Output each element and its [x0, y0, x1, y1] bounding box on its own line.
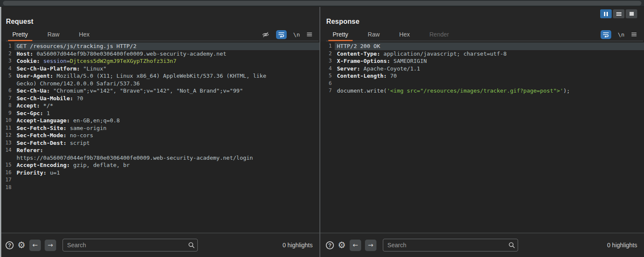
line-number: 7 [320, 87, 335, 95]
editor-menu-button[interactable] [306, 31, 313, 37]
response-tabs: PrettyRawHexRender\n [326, 28, 643, 41]
response-toolbar: \n [601, 28, 641, 41]
line-text: Content-Type: application/javascript; ch… [335, 50, 644, 58]
left-edge-scrollbar[interactable] [0, 7, 1, 257]
code-line[interactable]: 12Sec-Fetch-Mode: no-cors [0, 132, 319, 139]
segment-name: User-Agent: [17, 73, 53, 79]
line-text: Sec-Fetch-Site: same-origin [14, 124, 319, 132]
line-text: Accept: */* [14, 102, 319, 110]
code-line[interactable]: 15Accept-Encoding: gzip, deflate, br [0, 161, 319, 169]
line-number: 12 [0, 132, 14, 139]
code-line[interactable]: 7Sec-Ch-Ua-Mobile: ?0 [0, 95, 319, 102]
tab-hex[interactable]: Hex [75, 28, 94, 41]
line-number: 14 [0, 147, 14, 154]
code-line[interactable]: 3X-Frame-Options: SAMEORIGIN [320, 57, 644, 65]
code-line[interactable]: 10Accept-Language: en-GB,en;q=0.8 [0, 117, 319, 124]
newline-toggle-button[interactable]: \n [293, 31, 300, 38]
line-number: 10 [0, 117, 14, 124]
code-line[interactable]: 18 [0, 184, 319, 192]
pause-button[interactable] [600, 9, 612, 18]
code-line[interactable]: 1HTTP/2 200 OK [320, 42, 644, 50]
code-line[interactable]: 5User-Agent: Mozilla/5.0 (X11; Linux x86… [0, 72, 319, 80]
previous-match-button[interactable]: ← [29, 240, 41, 251]
code-line[interactable]: 2Content-Type: application/javascript; c… [320, 50, 644, 58]
line-number: 6 [0, 87, 14, 95]
line-text: Server: Apache-Coyote/1.1 [335, 65, 644, 73]
editor-menu-button[interactable] [631, 31, 637, 37]
line-text: Content-Length: 70 [335, 72, 644, 80]
code-line[interactable]: 11Sec-Fetch-Site: same-origin [0, 124, 319, 132]
segment-name: Content-Type: [337, 51, 380, 57]
tab-raw[interactable]: Raw [364, 28, 384, 41]
magnifier-button[interactable] [508, 242, 515, 250]
code-line[interactable]: 6Sec-Ch-Ua: "Chromium";v="142", "Brave";… [0, 87, 319, 95]
response-editor[interactable]: 1HTTP/2 200 OK2Content-Type: application… [320, 41, 644, 233]
magnifier-icon [508, 242, 515, 249]
settings-gear-button[interactable]: ⚙ [17, 241, 26, 250]
tab-hex[interactable]: Hex [395, 28, 414, 41]
line-text: Sec-Gpc: 1 [14, 110, 319, 117]
previous-match-button[interactable]: ← [350, 240, 361, 251]
magnifier-button[interactable] [188, 242, 195, 250]
response-search-bar: ?⚙←→0 highlights [320, 233, 644, 257]
eye-off-button[interactable] [262, 31, 270, 38]
tab-pretty[interactable]: Pretty [328, 28, 353, 41]
segment-value: same-origin [66, 125, 106, 131]
maximize-button[interactable] [626, 9, 637, 18]
code-line[interactable]: 7document.write('<img src="/resources/im… [320, 87, 644, 95]
line-number: 2 [0, 50, 14, 58]
word-wrap-button[interactable] [276, 30, 287, 39]
newline-toggle-button[interactable]: \n [618, 31, 624, 38]
code-line[interactable]: 2Host: 0a56007d044ef9b780e0306400fe0009.… [0, 50, 319, 58]
code-line[interactable]: https://0a56007d044ef9b780e0306400fe0009… [0, 154, 319, 162]
tab-pretty[interactable]: Pretty [8, 28, 32, 41]
line-text: Accept-Encoding: gzip, deflate, br [14, 161, 319, 169]
line-text: HTTP/2 200 OK [335, 42, 644, 50]
line-text: Sec-Fetch-Dest: script [14, 139, 319, 147]
next-match-button[interactable]: → [45, 240, 56, 251]
code-line[interactable]: 5Content-Length: 70 [320, 72, 644, 80]
segment-plain: ); [563, 88, 570, 94]
code-line[interactable]: 6 [320, 80, 644, 88]
code-line[interactable]: 4Sec-Ch-Ua-Platform: "Linux" [0, 65, 319, 73]
search-input[interactable] [63, 239, 198, 251]
tab-render[interactable]: Render [425, 28, 453, 41]
segment-name: Priority: [17, 169, 46, 176]
code-line[interactable]: 1GET /resources/js/tracking.js HTTP/2 [0, 42, 319, 50]
code-line[interactable]: 9Sec-Gpc: 1 [0, 110, 319, 117]
settings-gear-button[interactable]: ⚙ [338, 241, 346, 250]
code-line[interactable]: 16Priority: u=1 [0, 169, 319, 177]
segment-value: 1 [43, 110, 50, 116]
window-controls [600, 9, 637, 18]
code-line[interactable]: 4Server: Apache-Coyote/1.1 [320, 65, 644, 73]
line-text: X-Frame-Options: SAMEORIGIN [335, 57, 644, 65]
code-line[interactable]: 3Cookie: session=Djtcess5dW2gmJ9TeXGypTZ… [0, 57, 319, 65]
tab-raw[interactable]: Raw [43, 28, 64, 41]
line-text: Gecko) Chrome/142.0.0.0 Safari/537.36 [14, 80, 319, 88]
search-field [383, 239, 518, 251]
split-horizontal-button[interactable] [613, 9, 624, 18]
code-line[interactable]: 13Sec-Fetch-Dest: script [0, 139, 319, 147]
request-editor[interactable]: 1GET /resources/js/tracking.js HTTP/22Ho… [0, 41, 319, 233]
next-match-button[interactable]: → [365, 240, 376, 251]
horizontal-scrollbar[interactable] [3, 1, 641, 6]
help-button[interactable]: ? [6, 241, 14, 249]
search-input[interactable] [383, 239, 518, 251]
segment-name: Sec-Ch-Ua: [17, 88, 50, 94]
segment-value: */* [40, 102, 53, 109]
segment-value: application/javascript; charset=utf-8 [380, 51, 507, 57]
segment-name: Host: [17, 51, 33, 57]
line-text: Host: 0a56007d044ef9b780e0306400fe0009.w… [14, 50, 319, 58]
segment-token: Djtcess5dW2gmJ9TeXGypTZhofz3i3n7 [70, 58, 176, 64]
highlights-count: 0 highlights [607, 242, 637, 249]
word-wrap-button[interactable] [601, 30, 611, 39]
line-number: 8 [0, 102, 14, 110]
code-line[interactable]: 17 [0, 176, 319, 184]
help-button[interactable]: ? [326, 241, 334, 249]
code-line[interactable]: Gecko) Chrome/142.0.0.0 Safari/537.36 [0, 80, 319, 88]
segment-value: Apache-Coyote/1.1 [360, 65, 420, 72]
segment-value: gzip, deflate, br [70, 162, 130, 168]
code-line[interactable]: 8Accept: */* [0, 102, 319, 110]
code-line[interactable]: 14Referer: [0, 147, 319, 154]
line-text [335, 80, 644, 88]
